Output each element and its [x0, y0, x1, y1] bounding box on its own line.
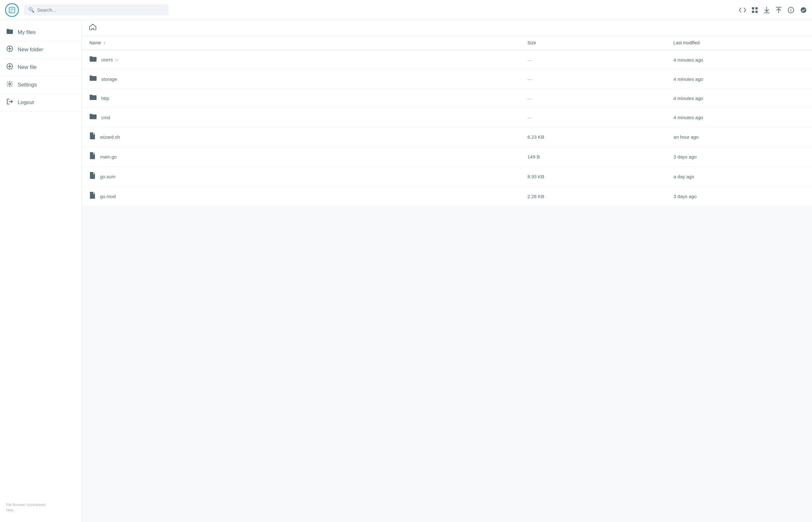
- svg-rect-1: [10, 8, 14, 11]
- file-size: —: [520, 50, 666, 69]
- file-modified: 4 minutes ago: [666, 50, 812, 69]
- file-icon: [89, 152, 96, 161]
- sort-arrow-icon: ↑: [103, 41, 106, 45]
- file-modified: a day ago: [666, 167, 812, 186]
- sidebar-item-label: Settings: [18, 82, 37, 88]
- folder-icon: [89, 75, 97, 83]
- file-size: 8.93 KB: [520, 167, 666, 186]
- checkmark-icon[interactable]: [800, 6, 807, 14]
- search-icon: 🔍: [28, 7, 35, 13]
- file-name: main.go: [100, 154, 117, 159]
- info-icon[interactable]: i: [788, 6, 794, 14]
- file-modified: 4 minutes ago: [666, 89, 812, 108]
- file-size: 6.23 KB: [520, 127, 666, 147]
- settings-icon: [6, 80, 13, 89]
- sidebar-item-new-folder[interactable]: New folder: [0, 41, 81, 59]
- file-name-cell[interactable]: storage: [82, 69, 520, 89]
- file-icon: [89, 172, 96, 181]
- file-size: —: [520, 108, 666, 127]
- search-input[interactable]: [37, 7, 164, 13]
- sidebar-item-new-file[interactable]: New file: [0, 59, 81, 76]
- file-name-cell[interactable]: go.mod: [82, 186, 520, 206]
- file-icon: [89, 132, 96, 141]
- sidebar: My files New folder New file Settings Lo: [0, 20, 82, 522]
- sidebar-item-label: Logout: [18, 99, 34, 106]
- folder-icon: [89, 55, 97, 64]
- new-file-icon: [6, 63, 13, 72]
- sidebar-item-my-files[interactable]: My files: [0, 24, 81, 41]
- file-modified: 3 days ago: [666, 147, 812, 167]
- file-table: Name ↑ Size Last modified users☞: [82, 36, 812, 206]
- column-size: Size: [520, 36, 666, 50]
- sidebar-item-label: New folder: [18, 46, 43, 53]
- column-modified: Last modified: [666, 36, 812, 50]
- file-name: wizard.sh: [100, 134, 120, 140]
- table-row[interactable]: users☞ — 4 minutes ago: [82, 50, 812, 69]
- svg-point-11: [801, 7, 806, 13]
- file-size: —: [520, 69, 666, 89]
- file-name-cell[interactable]: users☞: [82, 50, 520, 69]
- breadcrumb-bar: [82, 20, 812, 36]
- download-icon[interactable]: [764, 6, 770, 14]
- file-modified: 4 minutes ago: [666, 69, 812, 89]
- file-name: storage: [101, 76, 117, 82]
- file-modified: 3 days ago: [666, 186, 812, 206]
- file-size: 149 B: [520, 147, 666, 167]
- version-text: File Browser v(untracked): [6, 502, 75, 508]
- upload-icon[interactable]: [775, 6, 782, 14]
- table-row[interactable]: http — 4 minutes ago: [82, 89, 812, 108]
- sidebar-item-logout[interactable]: Logout: [0, 94, 81, 111]
- sidebar-item-settings[interactable]: Settings: [0, 76, 81, 94]
- svg-rect-6: [755, 11, 757, 13]
- file-modified: an hour ago: [666, 127, 812, 147]
- table-row[interactable]: storage — 4 minutes ago: [82, 69, 812, 89]
- file-name-cell[interactable]: wizard.sh: [82, 127, 520, 147]
- file-name-cell[interactable]: go.sum: [82, 167, 520, 186]
- file-table-body: users☞ — 4 minutes ago storage — 4 minut…: [82, 50, 812, 206]
- folder-icon: [89, 113, 97, 122]
- help-link[interactable]: Help: [6, 508, 14, 512]
- table-row[interactable]: main.go 149 B 3 days ago: [82, 147, 812, 167]
- file-icon: [89, 192, 96, 201]
- table-row[interactable]: go.mod 2.26 KB 3 days ago: [82, 186, 812, 206]
- svg-rect-2: [11, 11, 12, 12]
- file-name: go.mod: [100, 194, 116, 199]
- svg-text:i: i: [790, 8, 791, 13]
- search-bar[interactable]: 🔍: [24, 4, 168, 15]
- svg-point-18: [9, 83, 11, 85]
- home-icon[interactable]: [89, 24, 96, 32]
- code-toggle-icon[interactable]: [739, 7, 746, 13]
- column-name[interactable]: Name ↑: [82, 36, 520, 50]
- file-name-cell[interactable]: cmd: [82, 108, 520, 127]
- file-size: —: [520, 89, 666, 108]
- svg-rect-5: [752, 11, 754, 13]
- svg-rect-4: [755, 7, 757, 9]
- sidebar-item-label: New file: [18, 64, 37, 71]
- file-name-cell[interactable]: main.go: [82, 147, 520, 167]
- file-name-cell[interactable]: http: [82, 89, 520, 108]
- table-header: Name ↑ Size Last modified: [82, 36, 812, 50]
- file-modified: 4 minutes ago: [666, 108, 812, 127]
- main-content: Name ↑ Size Last modified users☞: [82, 20, 812, 522]
- sidebar-item-label: My files: [18, 29, 36, 36]
- app-body: My files New folder New file Settings Lo: [0, 20, 812, 522]
- file-name: cmd: [101, 115, 110, 120]
- sidebar-footer: File Browser v(untracked) Help: [0, 497, 81, 518]
- app-logo[interactable]: [5, 3, 19, 17]
- folder-icon: [89, 94, 97, 102]
- file-name: http: [101, 96, 109, 101]
- new-folder-icon: [6, 45, 13, 54]
- app-header: 🔍 i: [0, 0, 812, 20]
- cursor-hand: ☞: [115, 58, 119, 63]
- file-name: users☞: [101, 57, 119, 63]
- table-row[interactable]: cmd — 4 minutes ago: [82, 108, 812, 127]
- folder-icon: [6, 28, 13, 36]
- svg-rect-3: [752, 7, 754, 9]
- logout-icon: [6, 98, 13, 106]
- table-row[interactable]: wizard.sh 6.23 KB an hour ago: [82, 127, 812, 147]
- header-actions: i: [739, 6, 807, 14]
- grid-view-icon[interactable]: [752, 7, 758, 13]
- table-row[interactable]: go.sum 8.93 KB a day ago: [82, 167, 812, 186]
- file-size: 2.26 KB: [520, 186, 666, 206]
- file-name: go.sum: [100, 174, 116, 179]
